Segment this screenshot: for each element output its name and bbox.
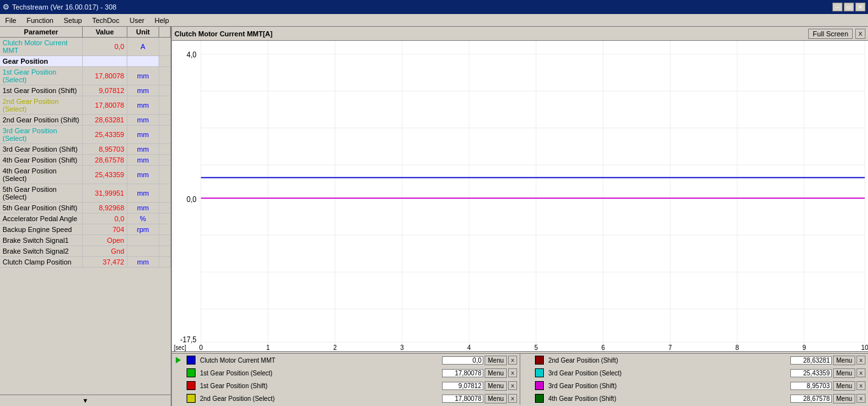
table-row: Brake Switch Signal1 Open xyxy=(0,235,171,246)
table-header: Parameter Value Unit xyxy=(0,27,171,38)
legend-bar: Clutch Motor Current MMT Menu X 1st Gear… xyxy=(172,351,868,406)
table-row: 3rd Gear Position (Select) 25,43359 mm xyxy=(0,126,171,144)
scroll-indicator xyxy=(159,235,171,245)
param-name: Gear Position xyxy=(0,56,83,66)
param-value: 25,43359 xyxy=(83,166,127,184)
scroll-indicator xyxy=(159,224,171,235)
legend-value-input[interactable] xyxy=(790,382,832,390)
header-scroll xyxy=(159,27,171,37)
param-value: 0,0 xyxy=(83,214,127,224)
param-name: 5th Gear Position (Shift) xyxy=(0,203,83,213)
menu-user[interactable]: User xyxy=(127,16,146,25)
legend-menu-button[interactable]: Menu xyxy=(485,368,507,378)
legend-color xyxy=(535,394,544,403)
header-unit: Unit xyxy=(127,27,159,37)
table-row: 4th Gear Position (Shift) 28,67578 mm xyxy=(0,155,171,166)
parameter-table: Clutch Motor Current MMT 0,0 A Gear Posi… xyxy=(0,38,171,395)
menu-help[interactable]: Help xyxy=(152,16,172,25)
param-name: 4th Gear Position (Select) xyxy=(0,166,83,184)
legend-item: 1st Gear Position (Select) Menu X xyxy=(172,366,520,379)
param-value: 9,07812 xyxy=(83,85,127,96)
param-unit: mm xyxy=(127,203,159,213)
param-name: Backup Engine Speed xyxy=(0,224,83,235)
param-name: 1st Gear Position (Select) xyxy=(0,67,83,85)
legend-close-button[interactable]: X xyxy=(857,368,865,377)
param-unit: rpm xyxy=(127,224,159,235)
legend-close-button[interactable]: X xyxy=(508,381,517,390)
legend-value-input[interactable] xyxy=(442,395,483,403)
legend-menu-button[interactable]: Menu xyxy=(833,356,855,365)
x-tick-2: 2 xyxy=(333,343,337,351)
legend-menu-button[interactable]: Menu xyxy=(485,394,507,403)
scroll-down-arrow[interactable]: ▼ xyxy=(82,397,89,404)
param-unit xyxy=(127,246,159,256)
legend-close-button[interactable]: X xyxy=(857,356,865,365)
app-icon: ⚙ xyxy=(3,3,10,11)
legend-item: 1st Gear Position (Shift) Menu X xyxy=(172,379,520,392)
legend-label: 2nd Gear Position (Select) xyxy=(197,395,442,402)
param-name: 2nd Gear Position (Shift) xyxy=(0,115,83,125)
param-value xyxy=(83,56,127,66)
legend-value-input[interactable] xyxy=(790,369,832,377)
fullscreen-button[interactable]: Full Screen xyxy=(808,29,853,39)
table-row: Gear Position xyxy=(0,56,171,67)
chart-close-button[interactable]: X xyxy=(855,29,865,39)
param-name: Accelerator Pedal Angle xyxy=(0,214,83,224)
legend-value-input[interactable] xyxy=(442,369,483,377)
param-unit: mm xyxy=(127,155,159,165)
table-row: Backup Engine Speed 704 rpm xyxy=(0,224,171,235)
close-window-button[interactable]: ✕ xyxy=(855,3,865,11)
legend-item: 2nd Gear Position (Shift) Menu X xyxy=(520,354,868,366)
table-row: Clutch Motor Current MMT 0,0 A xyxy=(0,38,171,56)
minimize-button[interactable]: ─ xyxy=(832,3,843,11)
legend-menu-button[interactable]: Menu xyxy=(833,368,855,378)
header-parameter: Parameter xyxy=(0,27,83,37)
window-controls: ─ ▭ ✕ xyxy=(832,3,865,11)
param-unit: mm xyxy=(127,115,159,125)
title-bar: ⚙ Techstream (Ver 16.00.017) - 308 ─ ▭ ✕ xyxy=(0,0,868,14)
param-name: Clutch Clamp Position xyxy=(0,257,83,267)
legend-close-button[interactable]: X xyxy=(508,368,517,377)
legend-col-1: Clutch Motor Current MMT Menu X 1st Gear… xyxy=(172,354,520,405)
x-tick-3: 3 xyxy=(400,343,404,351)
legend-close-button[interactable]: X xyxy=(857,394,865,403)
menu-file[interactable]: File xyxy=(3,16,19,25)
param-name: Clutch Motor Current MMT xyxy=(0,38,83,55)
x-tick-7: 7 xyxy=(668,343,672,351)
menu-setup[interactable]: Setup xyxy=(61,16,85,25)
scroll-indicator xyxy=(159,126,171,143)
legend-close-button[interactable]: X xyxy=(508,394,517,403)
param-unit: % xyxy=(127,214,159,224)
param-value: 31,99951 xyxy=(83,184,127,202)
scroll-indicator xyxy=(159,38,171,55)
menu-function[interactable]: Function xyxy=(24,16,56,25)
legend-value-input[interactable] xyxy=(790,395,832,403)
param-value: 704 xyxy=(83,224,127,235)
y-axis-max: 4,0 xyxy=(187,50,197,59)
legend-color xyxy=(187,381,196,390)
param-value: 0,0 xyxy=(83,38,127,55)
restore-button[interactable]: ▭ xyxy=(844,3,854,11)
play-button[interactable] xyxy=(173,355,183,365)
menu-techdoc[interactable]: TechDoc xyxy=(90,16,122,25)
param-value: 17,80078 xyxy=(83,67,127,85)
legend-item: 3rd Gear Position (Select) Menu X xyxy=(520,366,868,379)
legend-value-input[interactable] xyxy=(442,356,483,365)
y-axis-zero: 0,0 xyxy=(187,194,197,204)
table-row: 5th Gear Position (Shift) 8,92968 mm xyxy=(0,203,171,214)
scroll-indicator xyxy=(159,96,171,114)
legend-menu-button[interactable]: Menu xyxy=(485,381,507,391)
table-row: Accelerator Pedal Angle 0,0 % xyxy=(0,214,171,224)
legend-menu-button[interactable]: Menu xyxy=(833,394,855,403)
scroll-indicator xyxy=(159,85,171,96)
legend-menu-button[interactable]: Menu xyxy=(833,381,855,391)
legend-label: 1st Gear Position (Shift) xyxy=(197,382,442,389)
scroll-indicator xyxy=(159,203,171,213)
legend-close-button[interactable]: X xyxy=(857,381,865,390)
legend-menu-button[interactable]: Menu xyxy=(485,356,507,365)
legend-value-input[interactable] xyxy=(442,382,483,390)
scroll-indicator xyxy=(159,214,171,224)
legend-close-button[interactable]: X xyxy=(508,356,517,365)
legend-value-input[interactable] xyxy=(790,356,832,365)
x-tick-1: 1 xyxy=(266,343,270,351)
